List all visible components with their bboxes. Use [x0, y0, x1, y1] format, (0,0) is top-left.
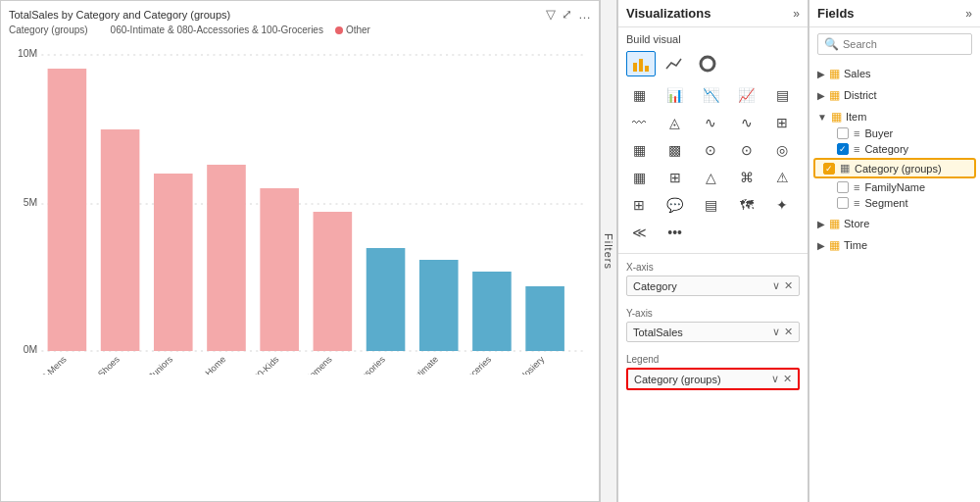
viz-icon-15[interactable]: ◎ [767, 137, 797, 163]
viz-icon-8[interactable]: ∿ [696, 110, 725, 135]
yaxis-close-icon[interactable]: ✕ [784, 326, 793, 338]
field-item-category-groups[interactable]: ✓ ▦ Category (groups) [813, 158, 976, 178]
buyer-checkbox[interactable] [837, 127, 849, 139]
viz-icons-grid: ▦ 📊 📉 📈 ▤ 〰 ◬ ∿ ∿ ⊞ ▦ ▩ ⊙ ⊙ ◎ ▦ ⊞ △ ⌘ ⚠ … [618, 78, 808, 249]
filters-tab[interactable]: Filters [600, 0, 617, 502]
field-item-familyname[interactable]: ≡ FamilyName [809, 179, 980, 195]
bar-010-womens[interactable] [314, 212, 353, 351]
search-input[interactable] [843, 38, 965, 50]
search-box[interactable]: 🔍 [817, 33, 972, 55]
bar-040-juniors[interactable] [154, 174, 193, 351]
yaxis-label: Y-axis [626, 308, 800, 319]
store-table-icon: ▦ [829, 217, 840, 230]
legend-chevron-icon[interactable]: ∨ [771, 373, 779, 385]
bar-070-hosiery[interactable] [525, 286, 564, 351]
yaxis-chevron-icon[interactable]: ∨ [772, 326, 780, 338]
bar-020-mens[interactable] [48, 69, 87, 351]
viz-icon-3[interactable]: 📉 [696, 82, 725, 108]
viz-icon-6[interactable]: 〰 [624, 110, 654, 135]
bar-090-home[interactable] [207, 165, 246, 351]
category-checkbox[interactable]: ✓ [837, 143, 849, 155]
fields-chevron-icon[interactable]: » [965, 7, 972, 21]
field-group-store: ▶ ▦ Store [809, 213, 980, 234]
viz-icon-4[interactable]: 📈 [732, 82, 761, 108]
field-group-header-store[interactable]: ▶ ▦ Store [809, 215, 980, 232]
viz-icon-22[interactable]: 💬 [661, 192, 690, 218]
viz-icon-bar-chart[interactable] [626, 51, 656, 76]
viz-icon-26[interactable]: ≪ [624, 220, 654, 245]
viz-icon-16[interactable]: ▦ [624, 165, 654, 190]
viz-icon-5[interactable]: ▤ [767, 82, 797, 108]
field-group-header-item[interactable]: ▼ ▦ Item [809, 108, 980, 126]
more-icon[interactable]: … [578, 7, 591, 22]
focus-icon[interactable]: ⤢ [562, 7, 572, 22]
field-item-buyer[interactable]: ≡ Buyer [809, 126, 980, 141]
svg-text:050-Shoes: 050-Shoes [83, 354, 122, 375]
viz-icon-10[interactable]: ⊞ [767, 110, 797, 135]
field-group-header-district[interactable]: ▶ ▦ District [809, 86, 980, 104]
legend-close-icon[interactable]: ✕ [783, 373, 792, 385]
viz-divider [618, 253, 808, 254]
field-group-header-time[interactable]: ▶ ▦ Time [809, 236, 980, 254]
viz-icon-21[interactable]: ⊞ [624, 192, 654, 218]
familyname-name: FamilyName [864, 181, 925, 193]
field-group-header-sales[interactable]: ▶ ▦ Sales [809, 65, 980, 82]
chart-toolbar: ▽ ⤢ … [546, 7, 591, 22]
bar-100-groceries[interactable] [472, 272, 512, 351]
viz-icon-25[interactable]: ✦ [767, 192, 797, 218]
fields-panel: Fields » 🔍 ▶ ▦ Sales ▶ ▦ District ▼ [808, 0, 980, 502]
viz-icon-19[interactable]: ⌘ [732, 165, 761, 190]
viz-panel-title: Visualizations [626, 6, 710, 21]
legend-axis-label: Legend [626, 354, 800, 365]
svg-text:080-Accessories: 080-Accessories [332, 354, 388, 375]
xaxis-field-icons: ∨ ✕ [772, 279, 793, 292]
category-name: Category [864, 143, 908, 155]
viz-icon-donut[interactable] [693, 51, 722, 76]
svg-text:5M: 5M [24, 197, 37, 208]
familyname-checkbox[interactable] [837, 181, 849, 193]
legend-item-blue: 060-Intimate & 080-Accessories & 100-Gro… [100, 25, 323, 35]
legend-dot-pink [335, 26, 343, 34]
search-icon: 🔍 [824, 37, 839, 51]
category-groups-checkbox[interactable]: ✓ [823, 163, 835, 175]
viz-icon-2[interactable]: 📊 [661, 82, 690, 108]
viz-icon-1[interactable]: ▦ [624, 82, 654, 108]
viz-icon-18[interactable]: △ [696, 165, 725, 190]
field-item-segment[interactable]: ≡ Segment [809, 195, 980, 211]
viz-icon-14[interactable]: ⊙ [732, 137, 761, 163]
viz-icon-12[interactable]: ▩ [661, 137, 690, 163]
xaxis-close-icon[interactable]: ✕ [784, 279, 793, 292]
yaxis-field[interactable]: TotalSales ∨ ✕ [626, 322, 800, 342]
viz-icon-line-chart[interactable] [660, 51, 689, 76]
legend-field-box[interactable]: Category (groups) ∨ ✕ [626, 368, 800, 390]
bar-060-intimate[interactable] [419, 260, 459, 351]
filters-label: Filters [603, 233, 614, 270]
familyname-field-icon: ≡ [854, 181, 859, 193]
viz-icon-11[interactable]: ▦ [624, 137, 654, 163]
filter-icon[interactable]: ▽ [546, 7, 556, 22]
segment-field-icon: ≡ [854, 197, 859, 209]
yaxis-field-icons: ∨ ✕ [772, 326, 793, 338]
viz-icon-27[interactable]: ••• [661, 220, 690, 245]
viz-icon-20[interactable]: ⚠ [767, 165, 797, 190]
bar-080-accessories[interactable] [367, 248, 406, 351]
chart-title: TotalSales by Category and Category (gro… [9, 9, 591, 21]
field-group-district: ▶ ▦ District [809, 84, 980, 106]
segment-checkbox[interactable] [837, 197, 849, 209]
bar-030-kids[interactable] [260, 188, 299, 351]
viz-icon-7[interactable]: ◬ [661, 110, 690, 135]
viz-icon-23[interactable]: ▤ [696, 192, 725, 218]
viz-icon-17[interactable]: ⊞ [661, 165, 690, 190]
legend-item-pink: Other [335, 25, 370, 35]
viz-panel-chevron[interactable]: » [793, 7, 800, 21]
field-item-category[interactable]: ✓ ≡ Category [809, 141, 980, 157]
viz-icon-24[interactable]: 🗺 [732, 192, 761, 218]
viz-icon-9[interactable]: ∿ [732, 110, 761, 135]
item-label: Item [846, 111, 866, 123]
bar-050-shoes[interactable] [101, 129, 140, 351]
xaxis-chevron-icon[interactable]: ∨ [772, 279, 780, 292]
district-chevron-icon: ▶ [817, 90, 825, 101]
xaxis-field[interactable]: Category ∨ ✕ [626, 276, 800, 296]
viz-icon-13[interactable]: ⊙ [696, 137, 725, 163]
category-groups-field-icon: ▦ [840, 162, 850, 175]
